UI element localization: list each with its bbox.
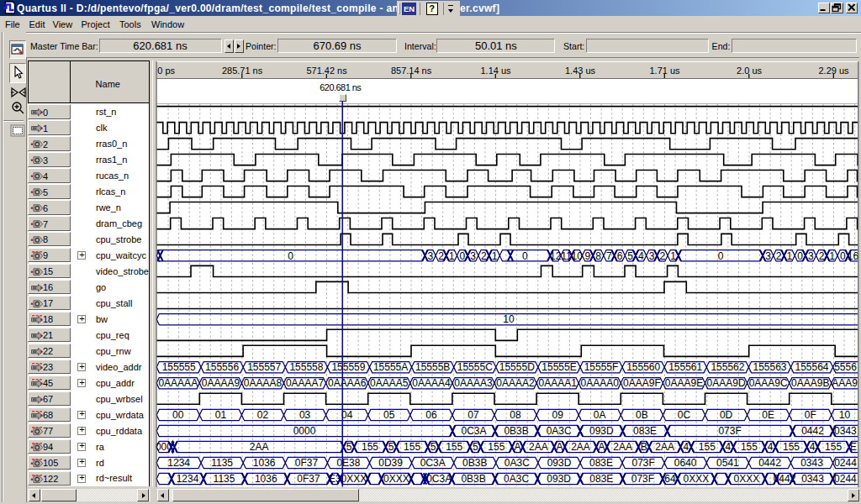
svg-text:5: 5	[627, 250, 633, 262]
svg-text:4: 4	[810, 441, 816, 453]
svg-text:155: 155	[362, 441, 378, 453]
svg-text:1: 1	[492, 250, 498, 262]
svg-text:0AAAAA: 0AAAAA	[158, 377, 198, 389]
svg-text:155: 155	[825, 441, 842, 453]
svg-text:9: 9	[585, 250, 591, 262]
svg-text:08: 08	[510, 409, 521, 421]
svg-text:083E: 083E	[589, 473, 613, 485]
svg-text:1135: 1135	[214, 473, 235, 485]
svg-text:0AAA9B: 0AAA9B	[791, 377, 829, 389]
svg-text:0AAAA2: 0AAAA2	[496, 377, 535, 389]
svg-text:3: 3	[808, 250, 814, 262]
svg-text:5: 5	[388, 441, 394, 453]
svg-text:0AAA9D: 0AAA9D	[707, 377, 746, 389]
svg-text:15555F: 15555F	[584, 361, 619, 373]
svg-text:15555A: 15555A	[373, 361, 408, 373]
svg-text:1: 1	[449, 250, 455, 262]
svg-text:083E: 083E	[589, 457, 613, 469]
svg-text:05: 05	[383, 409, 395, 421]
svg-text:3: 3	[427, 250, 433, 262]
svg-text:155555: 155555	[162, 361, 196, 373]
svg-text:1: 1	[670, 250, 676, 262]
svg-text:155556: 155556	[205, 361, 239, 373]
svg-text:0442: 0442	[801, 425, 824, 437]
svg-text:4: 4	[683, 441, 689, 453]
svg-text:0D39: 0D39	[378, 457, 403, 469]
svg-text:073F: 073F	[718, 425, 741, 437]
svg-text:3: 3	[649, 250, 655, 262]
svg-text:0D: 0D	[720, 409, 733, 421]
svg-text:2: 2	[659, 250, 665, 262]
svg-text:0AAAA8: 0AAAA8	[244, 377, 283, 389]
svg-text:0640: 0640	[674, 457, 697, 469]
svg-text:2: 2	[819, 250, 825, 262]
svg-text:0B3B: 0B3B	[462, 457, 487, 469]
svg-text:0AAAA9: 0AAAA9	[202, 377, 240, 389]
svg-text:15555C: 15555C	[457, 361, 493, 373]
svg-text:1234: 1234	[167, 457, 190, 469]
svg-text:2AA: 2AA	[571, 441, 590, 453]
svg-text:0343: 0343	[800, 457, 823, 469]
svg-text:64: 64	[664, 473, 676, 485]
svg-text:1036: 1036	[253, 457, 276, 469]
svg-text:3: 3	[470, 250, 476, 262]
svg-text:0XXX: 0XXX	[734, 473, 760, 485]
svg-text:155564: 155564	[795, 361, 828, 373]
svg-text:2: 2	[481, 250, 487, 262]
svg-text:0442: 0442	[758, 457, 781, 469]
svg-text:155: 155	[488, 441, 504, 453]
svg-text:0XXX: 0XXX	[383, 473, 409, 485]
svg-text:AAA9: AAA9	[832, 377, 858, 389]
svg-text:0AAA9E: 0AAA9E	[665, 377, 703, 389]
svg-text:0F: 0F	[805, 409, 816, 421]
svg-text:1135: 1135	[211, 457, 233, 469]
svg-text:15555E: 15555E	[541, 361, 576, 373]
svg-text:0: 0	[460, 250, 466, 262]
svg-text:155: 155	[741, 441, 758, 453]
svg-text:0F37: 0F37	[295, 457, 319, 469]
svg-text:0: 0	[288, 250, 293, 262]
svg-text:155562: 155562	[710, 361, 744, 373]
svg-text:0C3A: 0C3A	[420, 457, 446, 469]
svg-text:2AA: 2AA	[655, 441, 674, 453]
svg-text:155: 155	[699, 441, 716, 453]
svg-text:2: 2	[438, 250, 444, 262]
svg-text:0A3C: 0A3C	[504, 473, 529, 485]
svg-text:6: 6	[617, 250, 623, 262]
svg-text:0A3C: 0A3C	[504, 457, 530, 469]
svg-text:00: 00	[172, 409, 184, 421]
svg-text:0AAAA3: 0AAAA3	[454, 377, 493, 389]
svg-text:06: 06	[425, 409, 437, 421]
svg-text:07: 07	[467, 409, 479, 421]
svg-text:15555B: 15555B	[415, 361, 450, 373]
svg-text:0AAA9F: 0AAA9F	[623, 377, 661, 389]
svg-text:0000: 0000	[293, 425, 316, 437]
svg-text:5: 5	[473, 441, 478, 453]
svg-text:155560: 155560	[626, 361, 660, 373]
svg-text:7: 7	[606, 250, 612, 262]
svg-text:0C3A: 0C3A	[461, 425, 486, 437]
svg-text:5556: 5556	[834, 361, 857, 373]
svg-text:0XXX: 0XXX	[683, 473, 709, 485]
svg-text:0244: 0244	[834, 457, 857, 469]
svg-text:10: 10	[503, 313, 515, 325]
svg-text:1036: 1036	[255, 473, 277, 485]
svg-text:02: 02	[257, 409, 269, 421]
svg-text:0C3A: 0C3A	[426, 473, 452, 485]
svg-text:1234: 1234	[177, 473, 199, 485]
svg-text:4: 4	[726, 441, 732, 453]
svg-text:073F: 073F	[631, 473, 654, 485]
svg-text:5: 5	[430, 441, 436, 453]
svg-text:0AAAA1: 0AAAA1	[539, 377, 578, 389]
svg-text:4: 4	[638, 250, 644, 262]
svg-text:093D: 093D	[547, 473, 571, 485]
svg-text:155558: 155558	[289, 361, 323, 373]
svg-text:0XXX: 0XXX	[341, 473, 367, 485]
svg-text:155: 155	[404, 441, 420, 453]
svg-text:8: 8	[595, 250, 601, 262]
svg-text:0AAAA5: 0AAAA5	[370, 377, 409, 389]
svg-text:0B3B: 0B3B	[504, 425, 528, 437]
svg-text:0AAAA0: 0AAAA0	[581, 377, 620, 389]
svg-text:083E: 083E	[633, 425, 657, 437]
svg-text:0: 0	[718, 250, 724, 262]
